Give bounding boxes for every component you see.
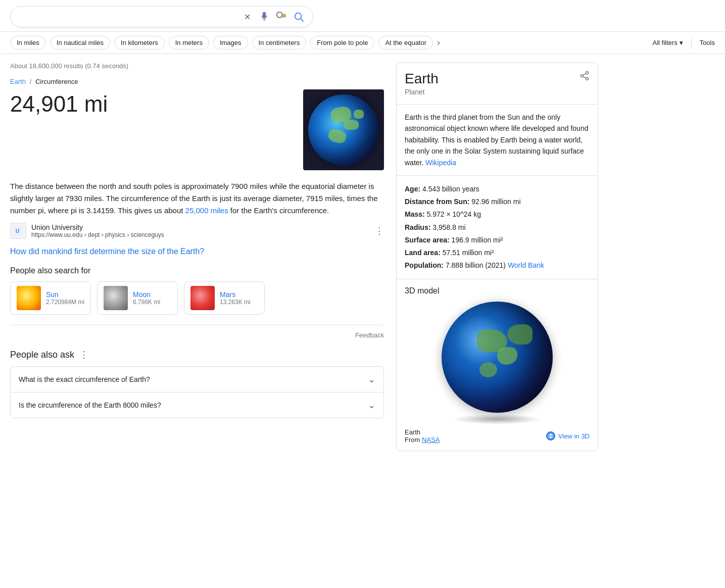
nasa-link[interactable]: NASA [422,436,440,444]
clear-icon[interactable]: ✕ [241,11,253,23]
svg-line-12 [583,73,586,75]
world-bank-link[interactable]: World Bank [508,261,544,269]
svg-point-9 [581,75,584,77]
chip-in-meters[interactable]: In meters [169,36,209,50]
circumference-hero: 24,901 mi [10,89,384,170]
mars-image [190,286,215,310]
paa-header: People also ask ⋮ [10,349,384,360]
svg-text:U: U [16,228,19,234]
sun-name: Sun [46,290,84,299]
source-favicon: U [10,223,26,239]
search-submit-icon[interactable] [293,11,305,23]
source-url: https://www.uu.edu › dept › physics › sc… [31,231,370,238]
earth-3d-shadow [452,414,543,424]
chip-in-miles[interactable]: In miles [10,36,46,50]
tools-button[interactable]: Tools [700,39,715,46]
paa-chevron-0: ⌄ [368,374,375,385]
earth-image [303,89,384,170]
kp-subtitle: Planet [405,88,439,96]
filter-chips-bar: In miles In nautical miles In kilometers… [0,32,725,54]
search-card-mars[interactable]: Mars 13.263K mi [184,281,265,315]
mars-sub: 13.263K mi [220,299,251,306]
paa-chevron-1: ⌄ [368,400,375,411]
paa-more-icon[interactable]: ⋮ [79,349,88,360]
continent-4 [354,110,364,119]
continent-2 [344,120,359,130]
view-in-3d-label: View in 3D [558,432,590,440]
results-count: About 18,600,000 results (0.74 seconds) [10,62,384,70]
search-card-sun[interactable]: Sun 2.720984M mi [10,281,91,315]
source-more-icon[interactable]: ⋮ [375,225,384,236]
all-filters-button[interactable]: All filters ▾ [653,39,683,46]
earth-3d-land-2 [497,347,517,365]
source-citation: U Union University https://www.uu.edu › … [10,223,384,239]
source-name: Union University [31,223,370,231]
breadcrumb-separator: / [30,78,32,85]
circumference-value: 24,901 mi [10,91,293,117]
continent-3 [327,128,347,144]
source-info: Union University https://www.uu.edu › de… [31,223,370,238]
left-panel: About 18,600,000 results (0.74 seconds) … [10,62,384,451]
kp-facts: Age: 4.543 billion years Distance from S… [397,176,598,279]
earth-globe-thumbnail [308,94,379,165]
svg-point-8 [586,72,589,74]
kp-fact-mass: Mass: 5.972 × 10^24 kg [405,208,590,221]
more-chips-button[interactable]: › [437,37,440,48]
feedback-link[interactable]: Feedback [10,325,384,339]
description-link[interactable]: 25,000 miles [185,206,228,215]
kp-header: Earth Planet [397,63,598,105]
search-input[interactable]: what is the circumference of the earth [19,12,241,21]
related-question-link[interactable]: How did mankind first determine the size… [10,247,384,256]
kp-3d-section: 3D model Earth From NASA [397,279,598,451]
paa-item-0[interactable]: What is the exact circumference of Earth… [10,366,384,392]
wikipedia-link[interactable]: Wikipedia [425,159,456,167]
search-card-moon[interactable]: Moon 6.786K mi [97,281,178,315]
kp-fact-distance: Distance from Sun: 92.96 million mi [405,195,590,208]
svg-line-11 [583,76,586,78]
kp-fact-population: Population: 7.888 billion (2021) World B… [405,259,590,272]
kp-fact-surface-area: Surface area: 196.9 million mi² [405,234,590,247]
breadcrumb-earth-link[interactable]: Earth [10,78,26,85]
search-cards: Sun 2.720984M mi Moon 6.786K mi Mars 13.… [10,281,384,315]
chip-images[interactable]: Images [213,36,248,50]
view-in-3d-button[interactable]: View in 3D [546,431,590,440]
breadcrumb-circumference: Circumference [35,78,78,85]
kp-3d-title: 3D model [405,286,590,296]
svg-rect-3 [282,14,286,18]
svg-point-10 [586,77,589,80]
moon-image [104,286,128,310]
moon-sub: 6.786K mi [133,299,160,306]
chip-in-nautical-miles[interactable]: In nautical miles [50,36,110,50]
kp-share-icon[interactable] [579,71,590,83]
kp-3d-footer: Earth From NASA [405,428,590,444]
kp-fact-land-area: Land area: 57.51 million mi² [405,247,590,259]
kp-fact-radius: Radius: 3,958.8 mi [405,221,590,234]
chip-from-pole-to-pole[interactable]: From pole to pole [310,36,374,50]
paa-list: What is the exact circumference of Earth… [10,366,384,418]
chip-in-centimeters[interactable]: In centimeters [252,36,307,50]
earth-3d-container: Earth From NASA [405,302,590,444]
sun-sub: 2.720984M mi [46,299,84,306]
mars-name: Mars [220,290,251,299]
earth-3d-land-3 [507,324,533,345]
description-text: The distance between the north and south… [10,180,384,217]
earth-3d-land-4 [479,362,497,377]
microphone-icon[interactable] [258,11,270,23]
sun-image [17,286,41,310]
breadcrumb: Earth / Circumference [10,78,384,85]
chip-at-the-equator[interactable]: At the equator [378,36,433,50]
paa-item-1[interactable]: Is the circumference of the Earth 8000 m… [10,392,384,418]
chip-in-kilometers[interactable]: In kilometers [114,36,165,50]
kp-fact-age: Age: 4.543 billion years [405,183,590,195]
right-panel: Earth Planet Earth is the third planet f… [396,62,598,451]
search-bar[interactable]: what is the circumference of the earth ✕ [10,6,313,27]
kp-3d-earth-label: Earth From NASA [405,428,440,444]
moon-name: Moon [133,290,160,299]
view-3d-icon [546,431,555,440]
kp-title: Earth [405,71,439,87]
lens-icon[interactable] [275,11,287,23]
knowledge-panel: Earth Planet Earth is the third planet f… [396,62,598,451]
svg-line-5 [301,19,303,21]
paa-title: People also ask [10,350,74,360]
filter-dropdown-icon: ▾ [680,39,683,46]
